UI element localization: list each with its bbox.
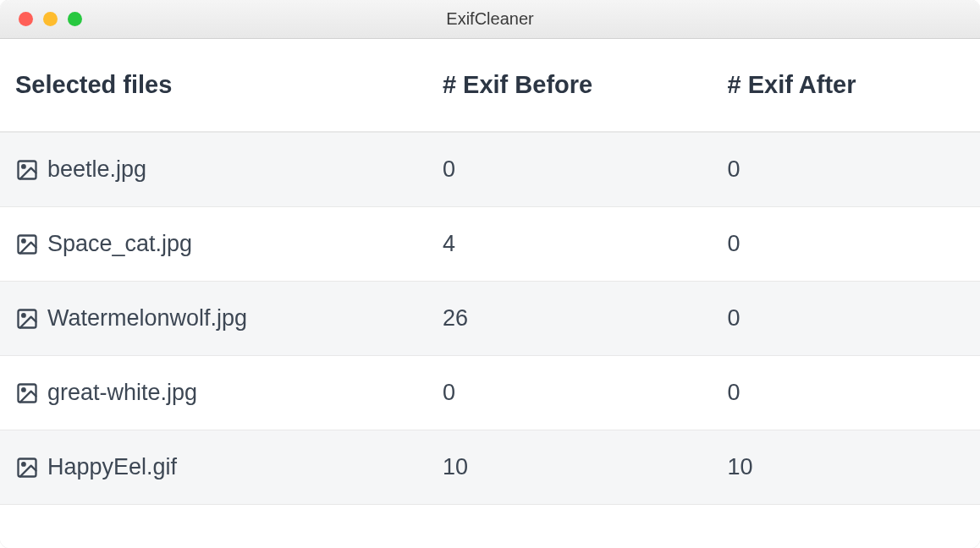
file-cell: Space_cat.jpg <box>15 231 443 257</box>
header-exif-before: # Exif Before <box>443 71 728 99</box>
window-title: ExifCleaner <box>0 9 980 29</box>
exif-before-value: 0 <box>443 380 728 406</box>
maximize-button[interactable] <box>68 12 82 26</box>
svg-point-9 <box>22 463 25 466</box>
image-icon <box>15 233 39 256</box>
exif-before-value: 4 <box>443 231 728 257</box>
file-cell: beetle.jpg <box>15 156 443 183</box>
file-name: beetle.jpg <box>47 156 146 183</box>
table-row[interactable]: HappyEel.gif1010 <box>0 430 980 505</box>
traffic-lights <box>0 12 82 26</box>
file-cell: HappyEel.gif <box>15 454 443 480</box>
file-name: Watermelonwolf.jpg <box>47 305 247 332</box>
table-row[interactable]: Space_cat.jpg40 <box>0 207 980 282</box>
app-window: ExifCleaner Selected files # Exif Before… <box>0 0 980 548</box>
table-body: beetle.jpg00 Space_cat.jpg40 Watermelonw… <box>0 133 980 505</box>
image-icon <box>15 158 39 182</box>
svg-point-1 <box>22 165 25 168</box>
file-cell: great-white.jpg <box>15 380 443 406</box>
exif-after-value: 0 <box>727 156 965 183</box>
svg-point-7 <box>22 388 25 392</box>
table-row[interactable]: great-white.jpg00 <box>0 356 980 430</box>
exif-before-value: 0 <box>443 156 728 183</box>
content-area: Selected files # Exif Before # Exif Afte… <box>0 39 980 548</box>
table-row[interactable]: Watermelonwolf.jpg260 <box>0 282 980 356</box>
exif-before-value: 10 <box>443 454 728 480</box>
exif-after-value: 0 <box>727 231 965 257</box>
image-icon <box>15 381 39 405</box>
header-selected-files: Selected files <box>15 71 443 99</box>
svg-point-5 <box>22 314 25 317</box>
exif-after-value: 10 <box>727 454 965 480</box>
minimize-button[interactable] <box>43 12 58 26</box>
file-cell: Watermelonwolf.jpg <box>15 305 443 332</box>
file-name: Space_cat.jpg <box>47 231 192 257</box>
table-row[interactable]: beetle.jpg00 <box>0 133 980 207</box>
titlebar[interactable]: ExifCleaner <box>0 0 980 39</box>
table-header: Selected files # Exif Before # Exif Afte… <box>0 39 980 133</box>
exif-after-value: 0 <box>727 305 965 332</box>
svg-point-3 <box>22 239 25 243</box>
header-exif-after: # Exif After <box>727 71 965 99</box>
file-name: great-white.jpg <box>47 380 197 406</box>
image-icon <box>15 307 39 331</box>
close-button[interactable] <box>19 12 33 26</box>
exif-before-value: 26 <box>443 305 728 332</box>
exif-after-value: 0 <box>727 380 965 406</box>
file-name: HappyEel.gif <box>47 454 177 480</box>
image-icon <box>15 456 39 480</box>
